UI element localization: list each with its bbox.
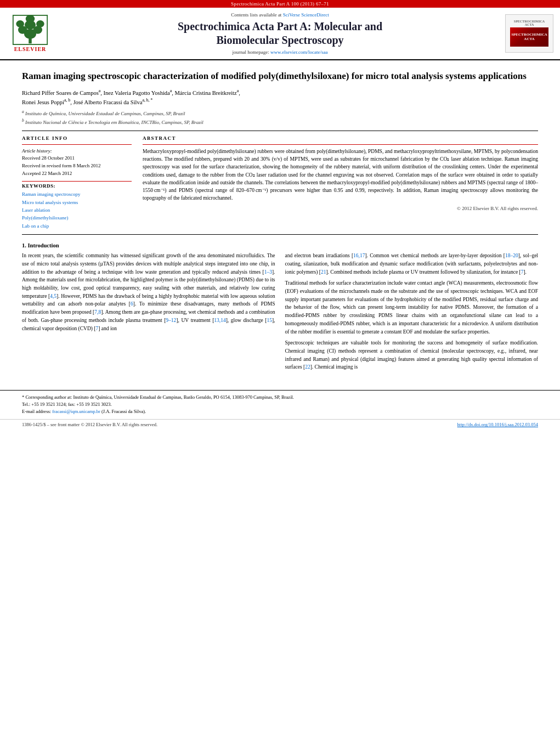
journal-title-area: Contents lists available at SciVerse Sci… [59, 12, 501, 55]
article-content: Raman imaging spectroscopic characteriza… [0, 60, 560, 386]
divider-2 [22, 234, 538, 235]
divider-1 [22, 131, 538, 131]
logo-image-text: SPECTROCHIMICAACTA [511, 32, 547, 42]
issn-text: 1386-1425/$ – see front matter © 2012 El… [22, 422, 157, 427]
ref-18-20[interactable]: 18–20 [505, 253, 518, 258]
keyword-5: Lab on a chip [22, 222, 132, 230]
ref-13-14[interactable]: 13,14 [214, 318, 225, 323]
elsevier-label: ELSEVIER [14, 46, 47, 52]
intro-para-3: Traditional methods for surface characte… [285, 279, 539, 336]
body-col-right: and electron beam irradiations [16,17]. … [285, 252, 539, 375]
journal-title: Spectrochimica Acta Part A: Molecular an… [59, 20, 501, 47]
journal-citation-bar: Spectrochimica Acta Part A 100 (2013) 67… [0, 0, 560, 8]
intro-para-1: In recent years, the scientific communit… [22, 252, 275, 332]
homepage-link[interactable]: www.elsevier.com/locate/saa [270, 49, 327, 55]
elsevier-tree-icon [11, 15, 49, 45]
copyright: © 2012 Elsevier B.V. All rights reserved… [143, 206, 538, 211]
ref-15[interactable]: 15 [267, 318, 272, 323]
received-revised-date: Received in revised form 8 March 2012 [22, 162, 132, 169]
email-link[interactable]: fracassi@iqm.unicamp.br [52, 409, 100, 414]
contents-link: Contents lists available at SciVerse Sci… [59, 12, 501, 18]
abstract-text: Methacryloxypropyl-modified poly(dimethy… [143, 148, 538, 202]
info-abstract-area: ARTICLE INFO Article history: Received 2… [22, 135, 538, 230]
doi-link[interactable]: http://dx.doi.org/10.1016/j.saa.2012.03.… [457, 422, 538, 427]
page: Spectrochimica Acta Part A 100 (2013) 67… [0, 0, 560, 741]
article-title: Raman imaging spectroscopic characteriza… [22, 70, 538, 82]
svg-point-7 [26, 15, 35, 23]
accepted-date: Accepted 22 March 2012 [22, 170, 132, 177]
abstract-label: ABSTRACT [143, 135, 538, 141]
ref-21[interactable]: 21 [321, 269, 326, 275]
intro-para-2: and electron beam irradiations [16,17]. … [285, 252, 539, 276]
red-divider-2 [22, 181, 132, 182]
svg-point-6 [36, 20, 44, 27]
keywords-label: Keywords: [22, 183, 132, 189]
red-divider [22, 144, 132, 145]
ref-7[interactable]: 7 [96, 326, 99, 331]
intro-heading: 1. Introduction [22, 242, 538, 248]
ref-6[interactable]: 6 [131, 301, 133, 307]
ref-4-5[interactable]: 4,5 [50, 293, 56, 299]
journal-logo-box: SPECTROCHIMICAACTA SPECTROCHIMICAACTA [505, 14, 553, 53]
homepage-link-area: journal homepage: www.elsevier.com/locat… [59, 49, 501, 55]
article-info-label: ARTICLE INFO [22, 135, 132, 141]
sciverse-link[interactable]: SciVerse ScienceDirect [283, 12, 329, 18]
bottom-bar: 1386-1425/$ – see front matter © 2012 El… [0, 419, 560, 429]
keyword-1: Raman imaging spectroscopy [22, 190, 132, 198]
red-divider-3 [143, 144, 538, 145]
affiliation-a: a Instituto de Química, Universidade Est… [22, 109, 538, 117]
journal-logo-area: SPECTROCHIMICAACTA SPECTROCHIMICAACTA [505, 14, 555, 53]
ref-7b[interactable]: 7 [521, 269, 524, 275]
keywords-section: Keywords: Raman imaging spectroscopy Mic… [22, 181, 132, 230]
body-section: 1. Introduction In recent years, the sci… [22, 242, 538, 375]
ref-22[interactable]: 22 [305, 364, 310, 370]
email-author: (J.A. Fracassi da Silva). [101, 409, 146, 414]
journal-header: ELSEVIER Contents lists available at Sci… [0, 8, 560, 60]
body-two-col: In recent years, the scientific communit… [22, 252, 538, 375]
affiliation-b: b Instituto Nacional de Ciência e Tecnol… [22, 118, 538, 126]
ref-1-3[interactable]: 1–3 [264, 269, 272, 275]
elsevier-logo-area: ELSEVIER [5, 15, 55, 52]
elsevier-logo: ELSEVIER [5, 15, 55, 52]
footnote-corresponding: * Corresponding author at: Instituto de … [22, 394, 538, 415]
logo-top-text: SPECTROCHIMICAACTA [514, 20, 545, 26]
authors: Richard Piffer Soares de Camposa, Inez V… [22, 88, 538, 107]
svg-point-5 [16, 20, 24, 27]
body-col-left: In recent years, the scientific communit… [22, 252, 275, 375]
logo-image: SPECTROCHIMICAACTA [510, 27, 548, 47]
intro-para-4: Spectroscopic techniques are valuable to… [285, 339, 539, 371]
ref-9-12[interactable]: 9–12 [166, 318, 176, 323]
keyword-2: Micro total analysis systems [22, 199, 132, 206]
article-info-col: ARTICLE INFO Article history: Received 2… [22, 135, 132, 230]
email-label: E-mail address: [22, 409, 51, 414]
keyword-4: Poly(dimethylsiloxane) [22, 214, 132, 222]
footer-area: * Corresponding author at: Instituto de … [0, 390, 560, 417]
ref-7-8[interactable]: 7,8 [94, 309, 101, 315]
keyword-3: Laser ablation [22, 206, 132, 214]
journal-citation: Spectrochimica Acta Part A 100 (2013) 67… [231, 1, 329, 7]
received-date: Received 28 October 2011 [22, 155, 132, 162]
abstract-col: ABSTRACT Methacryloxypropyl-modified pol… [143, 135, 538, 230]
history-label: Article history: [22, 148, 132, 155]
ref-16-17[interactable]: 16,17 [353, 253, 365, 258]
